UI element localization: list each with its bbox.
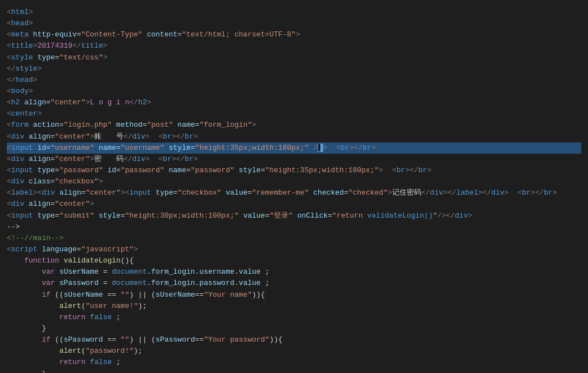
- code-line-31: return false ;: [7, 357, 581, 368]
- code-line-1: <html>: [7, 7, 581, 18]
- code-line-20: <!--//main-->: [7, 233, 581, 244]
- code-line-13: <input id="username" name="username" sty…: [7, 142, 581, 154]
- code-line-25: if ((sUserName == "") || (sUserName=="Yo…: [7, 289, 581, 301]
- code-line-21: <script language="javascript">: [7, 244, 581, 255]
- code-line-30: alert("password!");: [7, 346, 581, 357]
- code-line-27: return false ;: [7, 312, 581, 323]
- code-line-2: <head>: [7, 18, 581, 29]
- code-line-3: <meta http-equiv="Content-Type" content=…: [7, 29, 581, 40]
- code-editor: <html> <head> <meta http-equiv="Content-…: [0, 4, 588, 373]
- code-line-6: </style>: [7, 63, 581, 75]
- code-line-8: <body>: [7, 86, 581, 97]
- code-line-23: var sUserName = document.form_login.user…: [7, 266, 581, 278]
- code-line-15: <input type="password" id="password" nam…: [7, 165, 581, 176]
- code-line-19: <input type="submit" style="height:30px;…: [7, 210, 581, 222]
- code-line-26: alert("user name!");: [7, 301, 581, 312]
- code-line-29: if ((sPassword == "") || (sPassword=="Yo…: [7, 334, 581, 346]
- code-line-14: <div align="center">密 码</div> <br></br>: [7, 154, 581, 165]
- code-line-17: <label><div align="center"><input type="…: [7, 187, 581, 199]
- code-line-10: <center>: [7, 108, 581, 119]
- code-line-32: }: [7, 369, 581, 374]
- code-line-28: }: [7, 323, 581, 334]
- code-line-5: <style type="text/css">: [7, 52, 581, 63]
- code-line-7: </head>: [7, 75, 581, 86]
- code-line-9: <h2 align="center">L o g i n</h2>: [7, 97, 581, 108]
- code-line-12: <div align="center">账 号</div> <br></br>: [7, 131, 581, 142]
- code-line-4: <title>20174319</title>: [7, 40, 581, 52]
- code-line-22: function validateLogin(){: [7, 255, 581, 266]
- code-line-11: <form action="login.php" method="post" n…: [7, 119, 581, 131]
- code-line-16: <div class="checkbox">: [7, 176, 581, 187]
- code-line-24: var sPassword = document.form_login.pass…: [7, 278, 581, 289]
- code-line-18: <div align="center">: [7, 199, 581, 210]
